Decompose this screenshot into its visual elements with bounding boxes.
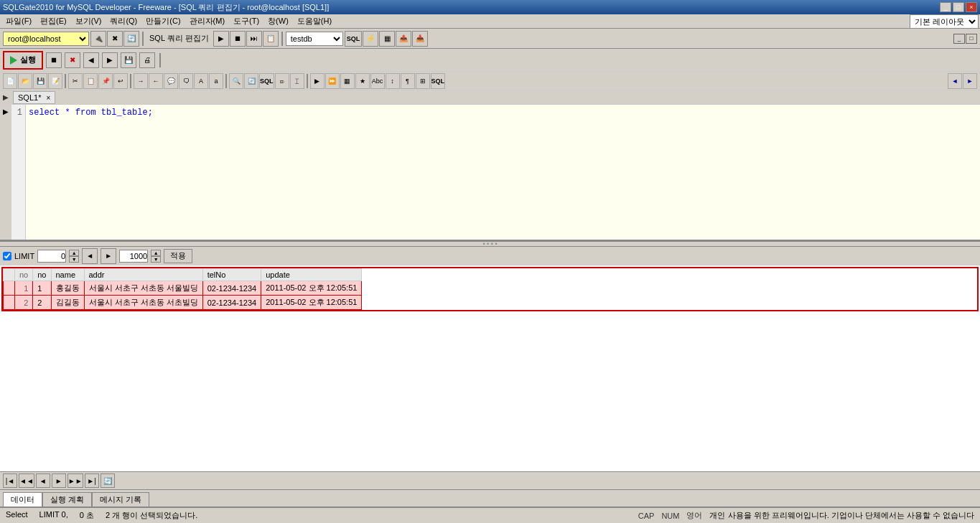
t2-sort-btn[interactable]: ↕ <box>386 73 400 89</box>
t2-unindent-btn[interactable]: ← <box>149 73 163 89</box>
nav-refresh-btn[interactable]: 🔄 <box>101 473 115 488</box>
sql-tab-close[interactable]: × <box>46 94 50 102</box>
t2-search-btn[interactable]: 🔍 <box>229 73 243 89</box>
t2-save-all-btn[interactable]: 📝 <box>48 73 62 89</box>
nav-prev-btn[interactable]: ◄◄ <box>19 473 34 488</box>
stop-btn[interactable]: ⏹ <box>46 52 62 68</box>
t2-exec-btn[interactable]: ▶ <box>310 73 325 89</box>
toolbar-btn-d[interactable]: 📋 <box>263 31 279 47</box>
t2-undo-btn[interactable]: ↩ <box>113 73 128 89</box>
toolbar-btn-a[interactable]: ▶ <box>213 31 229 47</box>
limit-from-input[interactable] <box>37 250 66 263</box>
t2-cut-btn[interactable]: ✂ <box>68 73 83 89</box>
inner-minimize-btn[interactable]: _ <box>953 34 965 44</box>
limit-checkbox[interactable] <box>3 252 11 260</box>
menu-admin[interactable]: 관리자(M) <box>185 14 230 28</box>
prev-btn[interactable]: ◀ <box>83 52 99 68</box>
t2-reload-btn[interactable]: 🔄 <box>244 73 258 89</box>
inner-maximize-btn[interactable]: □ <box>966 34 977 44</box>
menu-file[interactable]: 파일(F) <box>1 14 36 28</box>
t2-new-btn[interactable]: 📄 <box>3 73 17 89</box>
t2-sql3-btn[interactable]: SQL <box>431 73 446 89</box>
nav-right-btn[interactable]: ► <box>963 73 977 89</box>
t2-open-btn[interactable]: 📂 <box>18 73 32 89</box>
menu-help[interactable]: 도움말(H) <box>293 14 336 28</box>
limit-to-up[interactable]: ▲ <box>151 250 161 256</box>
col-addr: addr <box>84 269 202 281</box>
toolbar-sep-1 <box>142 32 144 46</box>
splitter[interactable]: • • • • <box>0 241 980 247</box>
stop2-btn[interactable]: ✖ <box>65 52 80 68</box>
limit-next-btn[interactable]: ► <box>101 248 116 264</box>
toolbar-connect-btn[interactable]: 🔌 <box>90 31 106 47</box>
t2-save-btn[interactable]: 💾 <box>33 73 47 89</box>
t2-format-btn[interactable]: ⎄ <box>275 73 289 89</box>
close-button[interactable]: × <box>966 2 977 12</box>
tab-message-log[interactable]: 메시지 기록 <box>92 492 149 506</box>
tab-data[interactable]: 데이터 <box>3 492 42 506</box>
menu-view[interactable]: 보기(V) <box>71 14 106 28</box>
editor-results-container: ▶ 1 <span class="keyword">select</span> … <box>0 105 980 471</box>
t2-indent-btn[interactable]: → <box>134 73 148 89</box>
t2-grid2-btn[interactable]: ▦ <box>340 73 355 89</box>
t2-format2-btn[interactable]: ⌶ <box>290 73 304 89</box>
apply-button[interactable]: 적용 <box>164 249 192 263</box>
table-header: no no name addr telNo update <box>4 269 362 281</box>
t2-exec2-btn[interactable]: ⏩ <box>325 73 340 89</box>
toolbar-disconnect-btn[interactable]: ✖ <box>107 31 123 47</box>
sql-editor[interactable]: <span class="keyword">select</span> * <s… <box>26 105 980 240</box>
toolbar-grid-btn[interactable]: ▦ <box>379 31 395 47</box>
nav-next-btn[interactable]: ►► <box>67 473 83 488</box>
toolbar-btn-c[interactable]: ⏭ <box>246 31 262 47</box>
limit-to-down[interactable]: ▼ <box>151 256 161 263</box>
nav-last-btn[interactable]: ►| <box>85 473 99 488</box>
sql-tab-1[interactable]: SQL1* × <box>13 91 55 104</box>
t2-para-btn[interactable]: ¶ <box>401 73 415 89</box>
menu-window[interactable]: 창(W) <box>263 14 293 28</box>
t2-star-btn[interactable]: ★ <box>355 73 370 89</box>
t2-sql2-btn[interactable]: SQL <box>259 73 274 89</box>
t2-comment-btn[interactable]: 💬 <box>164 73 178 89</box>
database-selector[interactable]: testdb <box>286 32 343 46</box>
nav-prev1-btn[interactable]: ◄ <box>36 473 50 488</box>
menu-query[interactable]: 쿼리(Q) <box>106 14 141 28</box>
nav-next1-btn[interactable]: ► <box>52 473 66 488</box>
line-numbers: 1 <box>11 105 26 240</box>
toolbar-export-btn[interactable]: 📤 <box>396 31 411 47</box>
t2-uppercase-btn[interactable]: A <box>194 73 208 89</box>
connection-selector[interactable]: root@localhost <box>3 32 89 46</box>
limit-from-up[interactable]: ▲ <box>69 250 79 256</box>
t2-sep3 <box>225 74 227 88</box>
status-warning: 개인 사용을 위한 프리웨어입니다. 기업이나 단체에서는 사용할 수 없습니다 <box>709 510 974 521</box>
table-row[interactable]: 1 1 홍길동 서울시 서초구 서초동 서울빌딩 02-1234-1234 20… <box>4 281 362 296</box>
toolbar-import-btn[interactable]: 📥 <box>412 31 428 47</box>
limit-from-down[interactable]: ▼ <box>69 256 79 263</box>
nav-left-btn[interactable]: ◄ <box>948 73 962 89</box>
menu-tools[interactable]: 도구(T) <box>229 14 263 28</box>
toolbar-sql-btn[interactable]: SQL <box>345 31 363 47</box>
limit-prev-btn[interactable]: ◄ <box>82 248 98 264</box>
table-row[interactable]: 2 2 김길동 서울시 서초구 서초동 서초빌딩 02-1234-1234 20… <box>4 296 362 310</box>
execute-button[interactable]: 실행 <box>3 51 43 70</box>
t2-uncomment-btn[interactable]: 🗨 <box>179 73 193 89</box>
t2-copy-btn[interactable]: 📋 <box>83 73 98 89</box>
limit-to-input[interactable] <box>119 250 148 263</box>
toolbar-exec2-btn[interactable]: ⚡ <box>363 31 378 47</box>
nav-first-btn[interactable]: |◄ <box>3 473 17 488</box>
t2-paste-btn[interactable]: 📌 <box>98 73 113 89</box>
t2-lowercase-btn[interactable]: a <box>209 73 223 89</box>
toolbar-btn-b[interactable]: ⏹ <box>230 31 246 47</box>
inner-window-controls: _ □ <box>953 34 977 44</box>
menu-edit[interactable]: 편집(E) <box>36 14 71 28</box>
save-btn[interactable]: 💾 <box>121 52 136 68</box>
print-btn[interactable]: 🖨 <box>139 52 155 68</box>
minimize-button[interactable]: _ <box>940 2 951 12</box>
t2-abc-btn[interactable]: Abc <box>370 73 385 89</box>
toolbar-refresh-btn[interactable]: 🔄 <box>123 31 139 47</box>
t2-table-btn[interactable]: ⊞ <box>416 73 430 89</box>
menu-create[interactable]: 만들기(C) <box>141 14 185 28</box>
next-btn[interactable]: ▶ <box>102 52 118 68</box>
maximize-button[interactable]: □ <box>953 2 964 12</box>
tab-execution-plan[interactable]: 실행 계획 <box>42 492 92 506</box>
layout-selector[interactable]: 기본 레이아웃 <box>910 14 979 29</box>
